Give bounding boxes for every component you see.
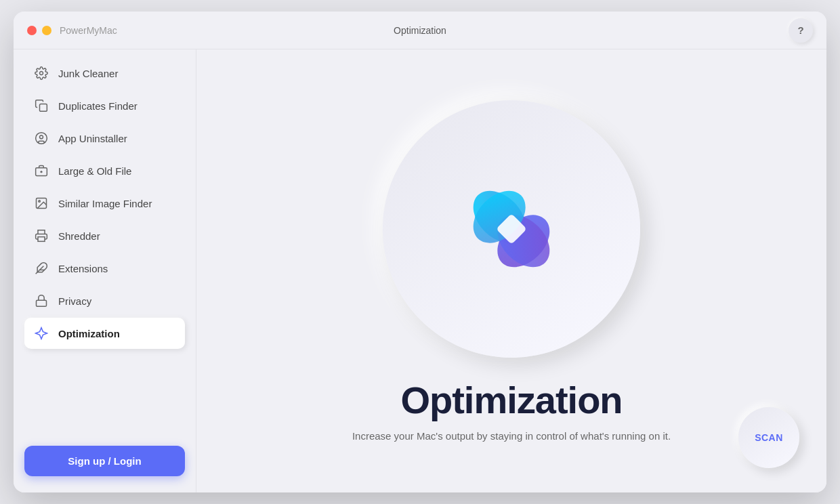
lock-icon <box>34 293 49 308</box>
image-icon <box>34 196 49 211</box>
shredder-label: Shredder <box>58 230 100 242</box>
svg-point-3 <box>40 135 43 139</box>
content-area: Optimization Increase your Mac's output … <box>196 49 826 492</box>
close-button[interactable] <box>27 26 37 35</box>
sidebar-items: Junk Cleaner Duplicates Finder <box>24 58 185 438</box>
sidebar-item-optimization[interactable]: Optimization <box>24 318 185 349</box>
sidebar-item-extensions[interactable]: Extensions <box>24 253 185 284</box>
sidebar-item-duplicates-finder[interactable]: Duplicates Finder <box>24 90 185 121</box>
titlebar: PowerMyMac Optimization ? <box>14 12 826 49</box>
copy-icon <box>34 98 49 113</box>
help-button[interactable]: ? <box>789 18 813 43</box>
duplicates-finder-label: Duplicates Finder <box>58 100 138 112</box>
person-circle-icon <box>34 131 49 146</box>
sidebar-bottom: Sign up / Login <box>24 438 185 484</box>
traffic-lights <box>27 26 51 35</box>
minimize-button[interactable] <box>42 26 51 35</box>
svg-rect-9 <box>38 237 45 242</box>
svg-rect-1 <box>40 104 47 112</box>
briefcase-icon <box>34 163 49 178</box>
app-window: PowerMyMac Optimization ? Junk Cleaner <box>14 12 826 492</box>
sidebar-item-shredder[interactable]: Shredder <box>24 220 185 251</box>
app-uninstaller-label: App Uninstaller <box>58 133 127 144</box>
svg-point-0 <box>40 72 43 75</box>
printer-icon <box>34 228 49 243</box>
sidebar-item-junk-cleaner[interactable]: Junk Cleaner <box>24 58 185 89</box>
signup-login-button[interactable]: Sign up / Login <box>24 446 185 476</box>
extensions-label: Extensions <box>58 263 108 274</box>
junk-cleaner-label: Junk Cleaner <box>58 68 118 79</box>
similar-image-finder-label: Similar Image Finder <box>58 198 152 209</box>
sidebar-item-app-uninstaller[interactable]: App Uninstaller <box>24 123 185 154</box>
titlebar-title: Optimization <box>394 25 446 36</box>
privacy-label: Privacy <box>58 295 91 307</box>
main-layout: Junk Cleaner Duplicates Finder <box>14 49 826 492</box>
sparkle-icon <box>34 326 49 341</box>
optimization-label: Optimization <box>58 328 120 339</box>
sidebar-item-similar-image-finder[interactable]: Similar Image Finder <box>24 188 185 219</box>
gear-icon <box>34 66 49 81</box>
svg-point-8 <box>39 201 41 203</box>
logo-circle <box>383 100 640 358</box>
content-title: Optimization <box>400 378 622 422</box>
app-logo <box>450 168 572 290</box>
puzzle-icon <box>34 261 49 276</box>
svg-rect-12 <box>37 300 47 306</box>
app-name: PowerMyMac <box>60 25 117 36</box>
sidebar-item-large-old-file[interactable]: Large & Old File <box>24 155 185 186</box>
content-subtitle: Increase your Mac's output by staying in… <box>352 430 671 442</box>
sidebar-item-privacy[interactable]: Privacy <box>24 285 185 316</box>
large-old-file-label: Large & Old File <box>58 165 131 177</box>
sidebar: Junk Cleaner Duplicates Finder <box>14 49 196 492</box>
svg-point-2 <box>36 133 47 144</box>
scan-button[interactable]: SCAN <box>738 407 799 468</box>
